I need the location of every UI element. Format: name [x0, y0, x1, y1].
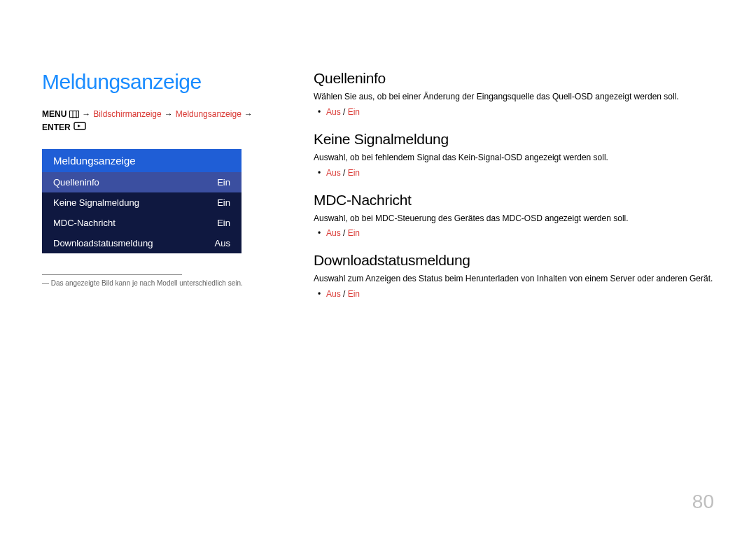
option-aus: Aus — [326, 228, 341, 238]
arrow-icon: → — [82, 109, 90, 119]
section-options: Aus / Ein — [314, 289, 714, 299]
option-sep: / — [341, 228, 348, 238]
option-aus: Aus — [326, 168, 341, 178]
section-options: Aus / Ein — [314, 107, 714, 117]
section-title: Downloadstatusmeldung — [314, 252, 714, 269]
osd-row-value: Ein — [217, 197, 230, 208]
osd-row-label: Keine Signalmeldung — [53, 197, 139, 208]
enter-icon — [74, 122, 86, 132]
osd-row-value: Ein — [217, 218, 230, 228]
section-title: MDC-Nachricht — [314, 192, 714, 209]
arrow-icon: → — [164, 109, 173, 119]
page-title: Meldungsanzeige — [42, 70, 280, 94]
option-sep: / — [341, 289, 348, 299]
option-aus: Aus — [326, 107, 341, 117]
option-ein: Ein — [348, 228, 360, 238]
osd-row-label: Downloadstatusmeldung — [53, 238, 153, 248]
section-keine-signalmeldung: Keine Signalmeldung Auswahl, ob bei fehl… — [314, 131, 714, 178]
footnote: ― Das angezeigte Bild kann je nach Model… — [42, 279, 280, 287]
option-sep: / — [341, 168, 348, 178]
osd-row-downloadstatusmeldung[interactable]: Downloadstatusmeldung Aus — [42, 233, 241, 253]
section-downloadstatusmeldung: Downloadstatusmeldung Auswahl zum Anzeig… — [314, 252, 714, 299]
option-sep: / — [341, 107, 348, 117]
section-mdc-nachricht: MDC-Nachricht Auswahl, ob bei MDC-Steuer… — [314, 192, 714, 239]
section-quelleninfo: Quelleninfo Wählen Sie aus, ob bei einer… — [314, 70, 714, 117]
section-title: Quelleninfo — [314, 70, 714, 87]
breadcrumb: MENU → Bildschirmanzeige → Meldungsanzei… — [42, 109, 280, 132]
osd-row-mdc-nachricht[interactable]: MDC-Nachricht Ein — [42, 213, 241, 233]
osd-row-keine-signalmeldung[interactable]: Keine Signalmeldung Ein — [42, 192, 241, 213]
option-ein: Ein — [348, 107, 360, 117]
osd-row-value: Aus — [215, 238, 230, 248]
section-desc: Auswahl, ob bei fehlendem Signal das Kei… — [314, 152, 714, 164]
arrow-icon: → — [244, 109, 253, 119]
section-title: Keine Signalmeldung — [314, 131, 714, 148]
osd-row-label: Quelleninfo — [53, 177, 99, 188]
breadcrumb-enter: ENTER — [42, 122, 71, 132]
osd-row-label: MDC-Nachricht — [53, 218, 115, 228]
breadcrumb-menu: MENU — [42, 109, 66, 119]
osd-row-value: Ein — [217, 177, 230, 188]
option-ein: Ein — [348, 168, 360, 178]
page-number: 80 — [692, 491, 714, 513]
section-desc: Auswahl, ob bei MDC-Steuerung des Geräte… — [314, 213, 714, 225]
breadcrumb-link-2: Meldungsanzeige — [176, 109, 241, 119]
section-options: Aus / Ein — [314, 228, 714, 238]
divider — [42, 274, 182, 275]
svg-marker-3 — [78, 125, 80, 127]
option-aus: Aus — [326, 289, 341, 299]
section-options: Aus / Ein — [314, 168, 714, 178]
section-desc: Auswahl zum Anzeigen des Status beim Her… — [314, 273, 714, 285]
osd-row-quelleninfo[interactable]: Quelleninfo Ein — [42, 172, 241, 192]
osd-panel: Meldungsanzeige Quelleninfo Ein Keine Si… — [42, 149, 241, 253]
section-desc: Wählen Sie aus, ob bei einer Änderung de… — [314, 91, 714, 103]
breadcrumb-link-1: Bildschirmanzeige — [93, 109, 161, 119]
option-ein: Ein — [348, 289, 360, 299]
osd-header: Meldungsanzeige — [42, 149, 241, 172]
menu-icon — [69, 111, 79, 118]
